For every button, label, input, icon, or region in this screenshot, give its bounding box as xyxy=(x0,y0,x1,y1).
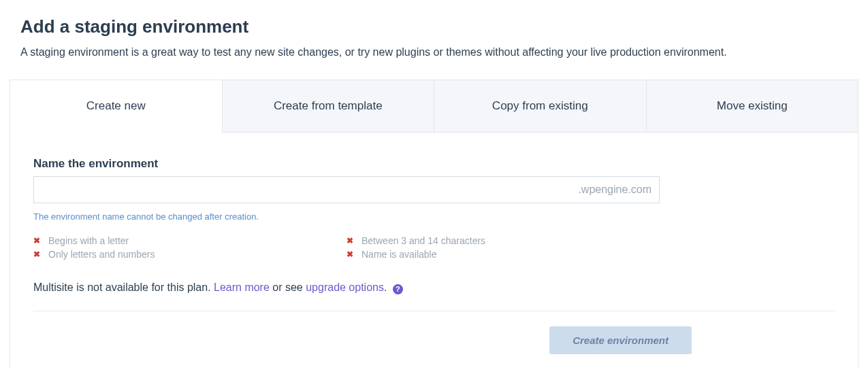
tab-content: Name the environment .wpengine.com The e… xyxy=(10,133,858,368)
multisite-notice: Multisite is not available for this plan… xyxy=(33,281,835,311)
tab-create-from-template[interactable]: Create from template xyxy=(222,80,435,133)
x-icon: ✖ xyxy=(347,236,356,245)
tab-copy-from-existing[interactable]: Copy from existing xyxy=(434,80,647,133)
validation-item: ✖ Only letters and numbers xyxy=(33,249,347,260)
x-icon: ✖ xyxy=(33,250,43,259)
tabs-container: Create new Create from template Copy fro… xyxy=(10,80,858,133)
multisite-suffix: . xyxy=(384,281,390,293)
multisite-prefix: Multisite is not available for this plan… xyxy=(33,281,214,293)
name-input-wrapper: .wpengine.com xyxy=(33,176,660,203)
create-environment-button[interactable]: Create environment xyxy=(549,326,692,354)
tab-move-existing[interactable]: Move existing xyxy=(646,80,859,133)
tab-create-new[interactable]: Create new xyxy=(10,80,223,133)
name-label: Name the environment xyxy=(33,157,835,171)
environment-name-input[interactable] xyxy=(33,176,660,203)
page-title: Add a staging environment xyxy=(20,16,858,37)
multisite-middle: or see xyxy=(270,281,306,293)
x-icon: ✖ xyxy=(33,236,43,245)
validation-col-right: ✖ Between 3 and 14 characters ✖ Name is … xyxy=(347,235,660,262)
validation-text: Begins with a letter xyxy=(48,235,129,246)
validation-text: Name is available xyxy=(361,249,437,260)
validation-col-left: ✖ Begins with a letter ✖ Only letters an… xyxy=(33,235,347,262)
helper-text: The environment name cannot be changed a… xyxy=(33,211,835,222)
x-icon: ✖ xyxy=(347,250,356,259)
validation-item: ✖ Begins with a letter xyxy=(33,235,347,246)
validation-text: Between 3 and 14 characters xyxy=(361,235,485,246)
validation-item: ✖ Between 3 and 14 characters xyxy=(347,235,660,246)
validation-grid: ✖ Begins with a letter ✖ Only letters an… xyxy=(33,235,835,262)
validation-item: ✖ Name is available xyxy=(347,249,660,260)
validation-text: Only letters and numbers xyxy=(48,249,155,260)
help-icon[interactable]: ? xyxy=(393,284,403,294)
action-row: Create environment xyxy=(33,311,835,354)
upgrade-options-link[interactable]: upgrade options xyxy=(306,281,384,293)
learn-more-link[interactable]: Learn more xyxy=(214,281,270,293)
page-description: A staging environment is a great way to … xyxy=(20,44,858,61)
